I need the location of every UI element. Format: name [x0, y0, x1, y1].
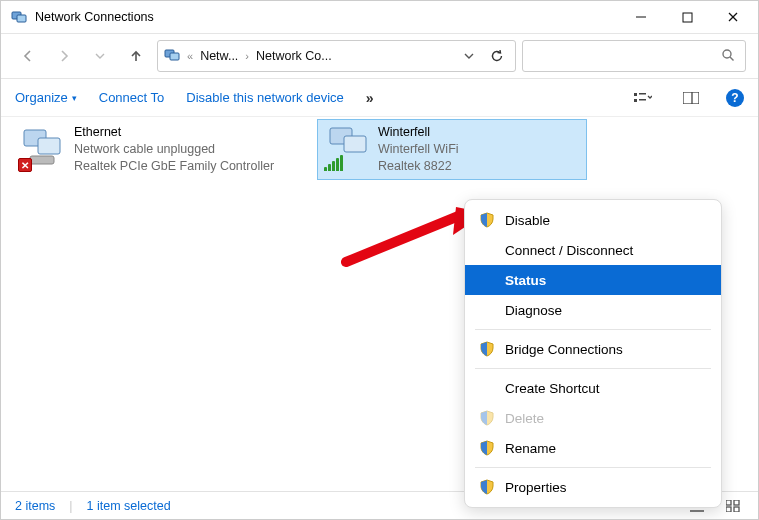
breadcrumb-segment[interactable]: Netw... [200, 49, 238, 63]
command-bar: Organize ▾ Connect To Disable this netwo… [1, 79, 758, 117]
svg-rect-30 [734, 507, 739, 512]
shield-icon [479, 212, 495, 228]
menu-item-bridge[interactable]: Bridge Connections [465, 334, 721, 364]
context-menu: Disable Connect / Disconnect Status Diag… [464, 199, 722, 508]
shield-icon [479, 410, 495, 426]
error-overlay-icon: ✕ [18, 158, 32, 172]
wifi-icon [324, 124, 370, 170]
spacer-icon [479, 242, 495, 258]
menu-item-rename[interactable]: Rename [465, 433, 721, 463]
organize-menu[interactable]: Organize ▾ [15, 90, 77, 105]
status-selected-count: 1 item selected [87, 499, 171, 513]
connection-item-ethernet[interactable]: ✕ Ethernet Network cable unplugged Realt… [13, 119, 309, 180]
window-title: Network Connections [35, 10, 618, 24]
svg-rect-1 [17, 15, 26, 22]
menu-label: Disable [505, 213, 550, 228]
spacer-icon [479, 380, 495, 396]
connection-adapter: Realtek PCIe GbE Family Controller [74, 158, 274, 175]
refresh-button[interactable] [485, 49, 509, 63]
overflow-menu[interactable]: » [366, 90, 374, 106]
breadcrumb-segment[interactable]: Network Co... [256, 49, 332, 63]
svg-rect-13 [634, 99, 637, 102]
signal-strength-icon [324, 155, 343, 171]
spacer-icon [479, 272, 495, 288]
menu-item-delete: Delete [465, 403, 721, 433]
shield-icon [479, 479, 495, 495]
svg-rect-8 [170, 53, 179, 60]
preview-pane-button[interactable] [678, 92, 704, 104]
svg-line-22 [346, 215, 461, 262]
spacer-icon [479, 302, 495, 318]
maximize-button[interactable] [664, 1, 710, 33]
ethernet-icon: ✕ [20, 124, 66, 170]
title-bar: Network Connections [1, 1, 758, 33]
menu-label: Diagnose [505, 303, 562, 318]
address-icon [164, 47, 180, 66]
minimize-button[interactable] [618, 1, 664, 33]
view-options-button[interactable] [630, 91, 656, 105]
svg-rect-12 [639, 93, 646, 95]
back-button[interactable] [13, 41, 43, 71]
svg-rect-3 [683, 13, 692, 22]
svg-rect-28 [734, 500, 739, 505]
disable-device-button[interactable]: Disable this network device [186, 90, 344, 105]
menu-item-diagnose[interactable]: Diagnose [465, 295, 721, 325]
address-bar[interactable]: « Netw... › Network Co... [157, 40, 516, 72]
svg-rect-21 [344, 136, 366, 152]
large-icons-view-button[interactable] [722, 500, 744, 512]
menu-separator [475, 368, 711, 369]
chevron-down-icon: ▾ [72, 93, 77, 103]
connection-status: Network cable unplugged [74, 141, 274, 158]
menu-label: Connect / Disconnect [505, 243, 633, 258]
menu-item-connect-disconnect[interactable]: Connect / Disconnect [465, 235, 721, 265]
recent-locations-button[interactable] [85, 41, 115, 71]
menu-label: Status [505, 273, 546, 288]
connection-status: Winterfell WiFi [378, 141, 459, 158]
status-item-count: 2 items [15, 499, 55, 513]
connection-name: Ethernet [74, 124, 274, 141]
menu-label: Properties [505, 480, 567, 495]
connect-to-button[interactable]: Connect To [99, 90, 165, 105]
search-box[interactable] [522, 40, 746, 72]
organize-label: Organize [15, 90, 68, 105]
svg-rect-11 [634, 93, 637, 96]
shield-icon [479, 341, 495, 357]
menu-item-properties[interactable]: Properties [465, 472, 721, 502]
shield-icon [479, 440, 495, 456]
svg-point-9 [723, 50, 731, 58]
menu-item-disable[interactable]: Disable [465, 205, 721, 235]
menu-label: Rename [505, 441, 556, 456]
svg-rect-27 [726, 500, 731, 505]
app-icon [11, 9, 27, 25]
menu-label: Bridge Connections [505, 342, 623, 357]
up-button[interactable] [121, 41, 151, 71]
svg-rect-18 [38, 138, 60, 154]
menu-separator [475, 329, 711, 330]
menu-label: Delete [505, 411, 544, 426]
svg-line-10 [730, 57, 734, 61]
chevron-right-icon: › [242, 50, 252, 62]
forward-button[interactable] [49, 41, 79, 71]
status-separator: | [69, 499, 72, 513]
help-button[interactable]: ? [726, 89, 744, 107]
connection-name: Winterfell [378, 124, 459, 141]
svg-rect-15 [683, 92, 699, 104]
search-icon [721, 48, 735, 65]
svg-rect-19 [30, 156, 54, 164]
menu-item-create-shortcut[interactable]: Create Shortcut [465, 373, 721, 403]
menu-item-status[interactable]: Status [465, 265, 721, 295]
menu-label: Create Shortcut [505, 381, 600, 396]
svg-rect-29 [726, 507, 731, 512]
connection-item-wifi[interactable]: Winterfell Winterfell WiFi Realtek 8822 [317, 119, 587, 180]
close-button[interactable] [710, 1, 756, 33]
navigation-bar: « Netw... › Network Co... [1, 33, 758, 79]
menu-separator [475, 467, 711, 468]
breadcrumb-prefix: « [184, 50, 196, 62]
connection-adapter: Realtek 8822 [378, 158, 459, 175]
address-history-dropdown[interactable] [457, 51, 481, 61]
svg-rect-14 [639, 99, 646, 101]
